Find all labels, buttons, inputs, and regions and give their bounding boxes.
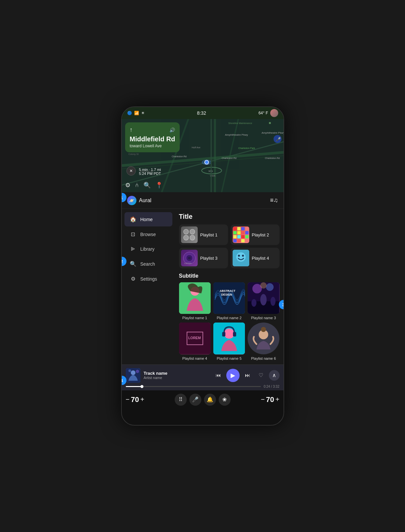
svg-point-21: [269, 122, 271, 124]
prev-button[interactable]: ⏮: [213, 370, 224, 381]
np-track-name: Track name: [144, 371, 210, 376]
map-fork-icon[interactable]: ⑃: [135, 182, 139, 189]
np-progress: 0:24 / 3:32: [126, 385, 280, 388]
album-name-4: Playlist name 4: [179, 356, 211, 360]
playlist-label-3: Playlist 3: [200, 256, 218, 261]
svg-point-42: [188, 257, 191, 259]
sidebar-item-library[interactable]: ⫸ Library: [124, 242, 172, 256]
progress-bar[interactable]: [126, 386, 261, 387]
vol-left-minus[interactable]: −: [126, 396, 130, 403]
nav-dismiss-button[interactable]: ✕: [126, 166, 136, 176]
svg-point-59: [266, 283, 274, 291]
svg-text:DESIGN: DESIGN: [221, 293, 232, 296]
svg-point-73: [128, 369, 131, 372]
svg-point-74: [136, 370, 139, 373]
svg-point-55: [252, 299, 257, 307]
album-card-6[interactable]: Playlist name 6: [248, 323, 279, 360]
album-card-2[interactable]: ABSTRACT DESIGN Playlist name 2: [213, 282, 245, 320]
svg-rect-29: [237, 231, 241, 234]
album-card-3[interactable]: Playlist name 3: [248, 282, 279, 320]
bell-button[interactable]: 🔔: [204, 394, 216, 406]
nav-direction-icon: ↑: [130, 126, 133, 133]
vol-right-plus[interactable]: +: [276, 396, 280, 403]
np-controls: ⏮ ▶ ⏭ ♡ ∧: [213, 369, 280, 382]
sidebar-item-home[interactable]: 🏠 Home: [124, 212, 172, 226]
progress-thumb: [140, 385, 143, 388]
album-card-5[interactable]: Playlist name 5: [213, 323, 245, 360]
svg-text:ABSTRACT: ABSTRACT: [220, 289, 236, 293]
album-art-3: [248, 282, 279, 314]
grid-button[interactable]: ⠿: [175, 394, 187, 406]
app-name: Aural: [139, 198, 151, 203]
svg-text:Amphitheatre Pkwy: Amphitheatre Pkwy: [225, 133, 248, 136]
app-logo: 🪐 Aural: [127, 196, 151, 205]
sidebar-item-browse[interactable]: ⊡ Browse: [124, 227, 172, 241]
svg-rect-33: [237, 235, 241, 238]
playlist-label-2: Playlist 2: [252, 232, 269, 237]
progress-fill: [126, 386, 142, 387]
map-pin-icon[interactable]: 📍: [155, 182, 163, 189]
sidebar-item-settings[interactable]: ⚙ Settings: [124, 272, 172, 286]
svg-text:Shoreline Maintenance: Shoreline Maintenance: [228, 122, 252, 124]
expand-button[interactable]: ∧: [269, 370, 280, 381]
playlist-card-4[interactable]: Playlist 4: [231, 248, 280, 268]
playlist-grid: Playlist 1: [179, 224, 280, 268]
status-right: 64° F: [259, 109, 278, 117]
next-button[interactable]: ⏭: [242, 370, 253, 381]
svg-rect-30: [241, 231, 245, 234]
map-section: 101 Amphitheatre Pkwy Amphitheatre Pkwy …: [122, 119, 284, 192]
library-icon: ⫸: [130, 246, 136, 252]
album-card-4[interactable]: LOREM Playlist name 4: [179, 323, 211, 360]
settings-icon: ⚙: [130, 276, 136, 282]
vol-right-minus[interactable]: −: [261, 396, 265, 403]
nav-eta: 5 min · 1.7 mi: [139, 168, 161, 172]
playlist-thumb-3: LISTEN: [181, 250, 198, 266]
playlist-card-2[interactable]: Playlist 2: [231, 224, 280, 245]
like-button[interactable]: ♡: [256, 370, 266, 381]
volume-right: − 70 +: [261, 395, 280, 404]
user-avatar[interactable]: [270, 109, 278, 117]
svg-point-45: [236, 252, 246, 262]
playlist-card-3[interactable]: LISTEN Playlist 3: [179, 248, 228, 268]
map-controls: ⚙ ⑃ 🔍 📍: [125, 182, 163, 189]
playlist-label-1: Playlist 1: [200, 232, 218, 237]
sidebar-label-settings: Settings: [140, 276, 157, 282]
status-left: 🔵 📶 ☀: [127, 111, 145, 115]
map-search-icon[interactable]: 🔍: [143, 182, 151, 189]
svg-rect-35: [245, 235, 249, 238]
section-title-1: Title: [179, 213, 280, 220]
vol-left-plus[interactable]: +: [140, 396, 144, 403]
svg-point-72: [131, 370, 135, 375]
svg-rect-36: [233, 239, 237, 242]
nav-time: 5:24 PM PDT: [139, 172, 161, 176]
queue-icon[interactable]: ≡♫: [270, 197, 278, 204]
album-name-2: Playlist name 2: [213, 316, 245, 320]
svg-rect-38: [241, 239, 245, 242]
main-content: Title: [175, 209, 284, 364]
now-playing-bar: Track name Artist name ⏮ ▶ ⏭ ♡ ∧ 0:24 /: [122, 364, 284, 390]
album-name-3: Playlist name 3: [248, 316, 279, 320]
signal-icon: 📶: [134, 111, 139, 115]
album-card-1[interactable]: Playlist name 1: [179, 282, 211, 320]
svg-point-60: [260, 282, 267, 289]
fan-button[interactable]: ❀: [219, 394, 231, 406]
svg-point-57: [271, 297, 276, 306]
sidebar-label-home: Home: [140, 217, 153, 222]
svg-point-70: [261, 327, 266, 332]
svg-point-65: [224, 329, 234, 339]
svg-rect-32: [233, 235, 237, 238]
sidebar-item-search[interactable]: 🔍 Search: [124, 257, 172, 271]
nav-volume-icon: 🔊: [169, 127, 175, 133]
svg-rect-27: [245, 227, 249, 230]
temperature: 64° F: [259, 111, 268, 115]
playlist-card-1[interactable]: Playlist 1: [179, 224, 228, 245]
svg-rect-28: [233, 231, 237, 234]
sidebar-label-search: Search: [140, 261, 155, 267]
album-art-5: [213, 323, 245, 354]
svg-point-46: [238, 255, 240, 257]
svg-point-56: [260, 294, 267, 305]
play-pause-button[interactable]: ▶: [226, 369, 240, 382]
map-settings-icon[interactable]: ⚙: [125, 182, 130, 189]
mic-button[interactable]: 🎤: [189, 394, 201, 406]
bluetooth-icon: 🔵: [127, 111, 132, 115]
